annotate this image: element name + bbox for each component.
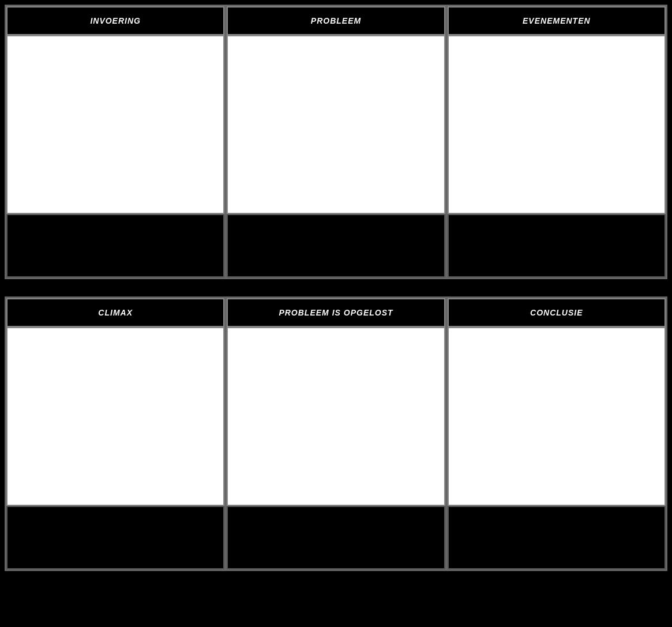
cell-image-climax <box>6 327 224 506</box>
cell-header-label-invoering: INVOERING <box>90 16 141 25</box>
cell-image-evenementen <box>448 35 666 214</box>
bottom-grid-section: CLIMAX PROBLEEM IS OPGELOST CONCLUSIE <box>5 296 667 571</box>
cell-header-label-conclusie: CONCLUSIE <box>530 308 583 317</box>
top-grid-section: INVOERING PROBLEEM EVENEMENTEN <box>5 5 667 279</box>
cell-header-evenementen: EVENEMENTEN <box>448 6 666 35</box>
cell-header-label-climax: CLIMAX <box>98 308 133 317</box>
cell-image-probleem <box>227 35 445 214</box>
cell-header-label-evenementen: EVENEMENTEN <box>523 16 591 25</box>
cell-header-probleem-is-opgelost: PROBLEEM IS OPGELOST <box>227 298 445 327</box>
cell-bottom-probleem-is-opgelost <box>227 506 445 569</box>
cell-bottom-evenementen <box>448 214 666 277</box>
cell-bottom-conclusie <box>448 506 666 569</box>
cell-header-label-probleem: PROBLEEM <box>311 16 361 25</box>
cell-evenementen: EVENEMENTEN <box>448 6 666 277</box>
cell-image-conclusie <box>448 327 666 506</box>
cell-conclusie: CONCLUSIE <box>448 298 666 569</box>
cell-climax: CLIMAX <box>6 298 224 569</box>
cell-invoering: INVOERING <box>6 6 224 277</box>
cell-header-conclusie: CONCLUSIE <box>448 298 666 327</box>
cell-image-probleem-is-opgelost <box>227 327 445 506</box>
cell-bottom-probleem <box>227 214 445 277</box>
cell-bottom-invoering <box>6 214 224 277</box>
cell-header-label-probleem-is-opgelost: PROBLEEM IS OPGELOST <box>279 308 393 317</box>
cell-header-climax: CLIMAX <box>6 298 224 327</box>
cell-probleem: PROBLEEM <box>227 6 445 277</box>
cell-header-probleem: PROBLEEM <box>227 6 445 35</box>
cell-probleem-is-opgelost: PROBLEEM IS OPGELOST <box>227 298 445 569</box>
cell-header-invoering: INVOERING <box>6 6 224 35</box>
cell-bottom-climax <box>6 506 224 569</box>
cell-image-invoering <box>6 35 224 214</box>
